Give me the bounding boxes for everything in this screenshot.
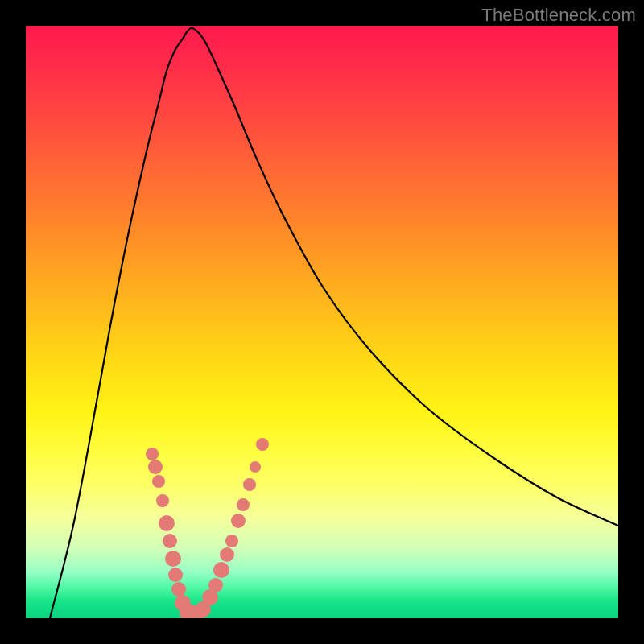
plot-area <box>26 26 618 618</box>
watermark-text: TheBottleneck.com <box>481 5 636 26</box>
marker-dot <box>146 448 159 460</box>
marker-dot <box>168 568 183 582</box>
marker-dot <box>250 461 261 473</box>
marker-dot <box>163 534 177 548</box>
marker-dot <box>220 547 234 562</box>
bottleneck-curve <box>50 28 618 618</box>
marker-dot <box>225 535 238 547</box>
chart-frame: TheBottleneck.com <box>0 0 644 644</box>
marker-dot <box>213 562 229 578</box>
curve-layer <box>26 26 618 618</box>
marker-dot <box>208 578 223 592</box>
marker-dot <box>256 438 269 451</box>
marker-dot <box>152 475 165 488</box>
marker-dots-group <box>146 438 269 618</box>
marker-dot <box>148 460 163 474</box>
marker-dot <box>156 494 169 507</box>
marker-dot <box>243 478 256 491</box>
marker-dot <box>231 514 246 528</box>
marker-dot <box>171 582 186 597</box>
marker-dot <box>237 498 250 511</box>
marker-dot <box>159 515 175 531</box>
marker-dot <box>165 551 181 567</box>
